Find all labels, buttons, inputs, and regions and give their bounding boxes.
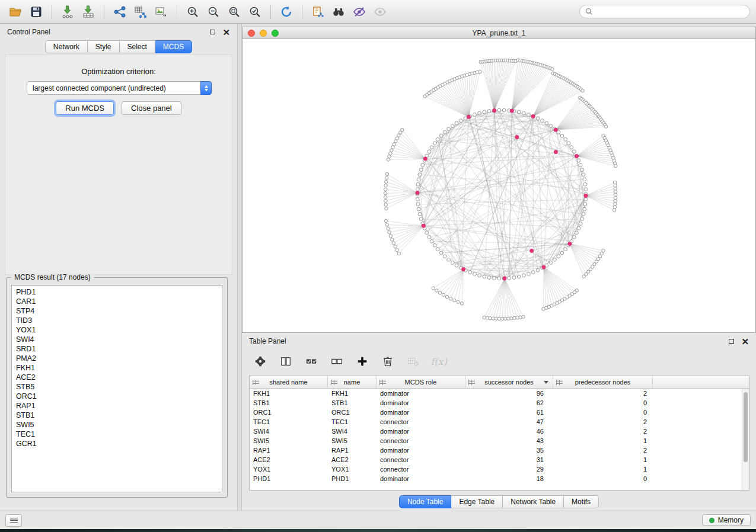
mcds-result-item[interactable]: SRD1 (12, 344, 222, 354)
import-network-button[interactable] (58, 3, 77, 21)
tab-network[interactable]: Network (45, 40, 88, 53)
mcds-result-item[interactable]: RAP1 (12, 401, 222, 411)
mcds-result-item[interactable]: ORC1 (12, 392, 222, 401)
panel-menu-button[interactable] (5, 514, 22, 527)
column-header-mcds-role[interactable]: MCDS role (377, 376, 465, 388)
apply-layout-button[interactable] (277, 3, 296, 21)
network-icon (113, 5, 126, 18)
table-row[interactable]: ACE2ACE2connector311 (250, 455, 742, 464)
mcds-result-item[interactable]: CAR1 (12, 297, 222, 306)
new-network-button[interactable] (110, 3, 129, 21)
network-from-table-button[interactable] (131, 3, 150, 21)
cell-mcds-role: connector (377, 455, 465, 464)
table-row[interactable]: ORC1ORC1dominator610 (250, 408, 742, 417)
tab-motifs[interactable]: Motifs (564, 495, 599, 508)
zoom-selected-button[interactable] (245, 3, 264, 21)
window-maximize-icon[interactable] (272, 30, 279, 37)
table-scrollbar[interactable] (742, 389, 749, 490)
memory-button[interactable]: Memory (702, 514, 751, 526)
table-row[interactable]: STB1STB1dominator620 (250, 398, 742, 408)
export-image-button[interactable] (152, 3, 171, 21)
mcds-result-item[interactable]: PMA2 (12, 354, 222, 363)
table-row[interactable]: YOX1YOX1connector291 (250, 464, 742, 474)
cell-predecessor-nodes: 1 (553, 455, 653, 464)
zoom-out-button[interactable] (204, 3, 223, 21)
column-header-shared-name[interactable]: shared name (250, 376, 328, 388)
search-input[interactable] (596, 7, 744, 17)
deselect-all-button[interactable] (329, 354, 344, 369)
cell-mcds-role: connector (377, 436, 465, 446)
cell-successor-nodes: 18 (465, 474, 553, 483)
network-canvas[interactable] (243, 39, 755, 332)
search-box[interactable] (579, 5, 750, 18)
cell-shared-name: SWI4 (250, 427, 328, 436)
cell-shared-name: STB1 (250, 398, 328, 408)
float-panel-icon[interactable] (210, 30, 215, 34)
run-mcds-button[interactable]: Run MCDS (56, 101, 114, 115)
cell-predecessor-nodes: 0 (553, 408, 653, 417)
binoculars-icon (332, 5, 345, 18)
mcds-result-item[interactable]: ACE2 (12, 373, 222, 382)
table-panel-header: Table Panel ✕ (242, 333, 756, 350)
column-header-successor-nodes[interactable]: successor nodes (465, 376, 553, 388)
table-row[interactable]: SWI5SWI5connector431 (250, 436, 742, 446)
network-window-titlebar[interactable]: YPA_prune.txt_1 (243, 27, 755, 39)
window-close-icon[interactable] (248, 30, 255, 37)
criterion-dropdown[interactable]: largest connected component (undirected) (27, 81, 212, 95)
tab-style[interactable]: Style (88, 40, 120, 53)
cell-predecessor-nodes: 0 (553, 398, 653, 408)
table-settings-button[interactable] (253, 354, 268, 369)
table-row[interactable]: TEC1TEC1connector472 (250, 417, 742, 427)
tab-node-table[interactable]: Node Table (399, 495, 452, 508)
cell-shared-name: ACE2 (250, 455, 328, 464)
scrollbar-thumb[interactable] (744, 392, 748, 462)
export-image-icon (155, 5, 168, 18)
mcds-result-item[interactable]: STB5 (12, 382, 222, 392)
close-panel-button[interactable]: Close panel (122, 101, 181, 115)
memory-label: Memory (718, 516, 744, 524)
mcds-result-item[interactable]: GCR1 (12, 439, 222, 448)
cell-predecessor-nodes: 1 (553, 464, 653, 474)
duplicate-network-button[interactable] (308, 3, 327, 21)
add-column-button[interactable] (355, 354, 370, 369)
control-panel-header: Control Panel ✕ (0, 24, 237, 40)
mcds-result-item[interactable]: STP4 (12, 306, 222, 316)
table-row[interactable]: FKH1FKH1dominator962 (250, 389, 742, 398)
zoom-in-button[interactable] (183, 3, 202, 21)
table-row[interactable]: RAP1RAP1dominator352 (250, 446, 742, 455)
zoom-fit-button[interactable] (225, 3, 244, 21)
panel-split-divider[interactable] (237, 24, 242, 511)
save-session-button[interactable] (27, 3, 46, 21)
cell-shared-name: ORC1 (250, 408, 328, 417)
open-file-button[interactable] (6, 3, 25, 21)
table-row[interactable]: SWI4SWI4dominator462 (250, 427, 742, 436)
mcds-result-item[interactable]: STB1 (12, 411, 222, 420)
table-row[interactable]: PHD1PHD1dominator180 (250, 474, 742, 483)
mcds-result-list[interactable]: PHD1CAR1STP4TID3YOX1SWI4SRD1PMA2FKH1ACE2… (11, 285, 222, 492)
tab-select[interactable]: Select (120, 40, 155, 53)
toggle-graphics-details-button[interactable] (350, 3, 369, 21)
find-button[interactable] (329, 3, 348, 21)
mcds-result-item[interactable]: SWI5 (12, 420, 222, 430)
mcds-result-item[interactable]: FKH1 (12, 363, 222, 373)
select-all-button[interactable] (304, 354, 319, 369)
tab-mcds[interactable]: MCDS (155, 40, 192, 53)
mcds-result-item[interactable]: YOX1 (12, 325, 222, 335)
mcds-result-item[interactable]: TEC1 (12, 430, 222, 439)
cell-successor-nodes: 96 (465, 389, 553, 398)
float-panel-icon[interactable] (729, 339, 734, 344)
import-table-button[interactable] (79, 3, 98, 21)
tab-edge-table[interactable]: Edge Table (451, 495, 503, 508)
close-panel-icon[interactable]: ✕ (741, 337, 749, 346)
column-header-name[interactable]: name (328, 376, 377, 388)
tab-network-table[interactable]: Network Table (503, 495, 564, 508)
delete-column-button[interactable] (380, 354, 395, 369)
show-columns-button[interactable] (278, 354, 294, 369)
mcds-result-item[interactable]: PHD1 (12, 287, 222, 297)
import-network-icon (61, 5, 74, 18)
mcds-result-item[interactable]: TID3 (12, 316, 222, 325)
close-panel-icon[interactable]: ✕ (222, 28, 230, 37)
column-header-predecessor-nodes[interactable]: predecessor nodes (553, 376, 653, 388)
window-minimize-icon[interactable] (260, 30, 267, 37)
mcds-result-item[interactable]: SWI4 (12, 335, 222, 344)
